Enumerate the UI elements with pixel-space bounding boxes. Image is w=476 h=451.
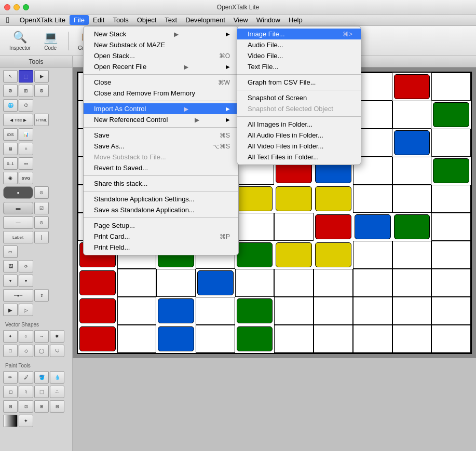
minimize-button[interactable] xyxy=(13,4,20,10)
menu-item-save-as[interactable]: Save As... ⌥⌘S xyxy=(84,141,238,152)
select-rect-tool[interactable]: ⬚ xyxy=(34,386,49,398)
arrow-tool[interactable]: → xyxy=(34,330,49,343)
field-tool[interactable]: ▭ xyxy=(3,245,18,258)
menu-item-page-setup[interactable]: Page Setup... xyxy=(84,220,238,231)
menu-item-open-recent[interactable]: Open Recent File ▶ xyxy=(84,61,238,72)
file-menu[interactable]: File xyxy=(70,15,89,25)
combo-tool[interactable]: ▾ xyxy=(19,275,33,287)
object-tool-2[interactable]: ⊞ xyxy=(19,85,33,97)
toggle-tool[interactable]: ● xyxy=(3,186,33,199)
star-tool[interactable]: ✦ xyxy=(3,330,18,343)
object-menu[interactable]: Object xyxy=(133,15,161,25)
diamond-tool[interactable]: ◇ xyxy=(19,345,33,357)
circle-vec-tool[interactable]: ○ xyxy=(19,330,33,343)
menu-item-close-remove[interactable]: Close and Remove From Memory xyxy=(84,88,238,99)
submenu-video-file[interactable]: Video File... xyxy=(237,50,361,61)
select-tool[interactable]: ⬚ xyxy=(19,70,33,83)
code-tool[interactable]: ⌗ xyxy=(19,143,33,155)
code-button[interactable]: 💻 Code xyxy=(38,29,63,53)
help-menu[interactable]: Help xyxy=(284,15,307,25)
expand-tool[interactable]: ▶ xyxy=(34,70,49,83)
ios-tool[interactable]: iOS xyxy=(3,128,18,141)
gradient-tool[interactable] xyxy=(3,415,18,427)
menu-item-print-card[interactable]: Print Card... ⌘P xyxy=(84,231,238,242)
align-r-tool[interactable]: ⊞ xyxy=(34,400,49,413)
align-c-tool[interactable]: ⊡ xyxy=(19,400,33,413)
distribute-tool[interactable]: ⊟ xyxy=(50,400,64,413)
submenu-snapshot-screen[interactable]: Snapshot of Screen xyxy=(237,92,361,103)
maximize-button[interactable] xyxy=(23,4,29,10)
bucket-tool[interactable]: 🪣 xyxy=(34,371,49,384)
window-menu[interactable]: Window xyxy=(252,15,284,25)
close-button[interactable] xyxy=(4,4,10,10)
starburst-tool[interactable]: ✹ xyxy=(50,330,64,343)
h-slider-tool[interactable]: ─●─ xyxy=(3,289,33,302)
edit-menu[interactable]: Edit xyxy=(89,15,108,25)
globe-tool[interactable]: 🌐 xyxy=(3,99,18,112)
data-tool[interactable]: 0..1 xyxy=(3,157,18,170)
clock-tool[interactable]: ⏱ xyxy=(19,99,33,112)
menu-item-new-stack[interactable]: New Stack ▶ xyxy=(84,29,238,39)
apple-menu[interactable]:  xyxy=(2,15,13,26)
pen-tool[interactable]: 🖊 xyxy=(19,371,33,384)
align-l-tool[interactable]: ⊟ xyxy=(3,400,18,413)
menu-item-new-ref-control[interactable]: New Referenced Control ▶ xyxy=(84,114,238,125)
menu-item-standalone-settings[interactable]: Standalone Application Settings... xyxy=(84,194,238,204)
label-tool[interactable]: Label: xyxy=(3,231,33,243)
node-tool[interactable]: ⊙ xyxy=(34,186,49,199)
menu-item-share[interactable]: Share this stack... xyxy=(84,178,238,189)
view-menu[interactable]: View xyxy=(229,15,252,25)
submenu-all-video[interactable]: All Video Files in Folder... xyxy=(237,141,361,152)
tools-menu[interactable]: Tools xyxy=(108,15,132,25)
screen-tool[interactable]: 🖥 xyxy=(3,143,18,155)
eraser-tool[interactable]: ◻ xyxy=(3,386,18,398)
menu-item-save[interactable]: Save ⌘S xyxy=(84,130,238,141)
inspector-button[interactable]: 🔍 Inspector xyxy=(5,29,35,53)
html-tool[interactable]: HTML xyxy=(34,114,49,126)
object-tool-1[interactable]: ⚙ xyxy=(3,85,18,97)
rect-btn-tool[interactable]: ▬ xyxy=(3,202,33,214)
app-name-menu[interactable]: OpenXTalk Lite xyxy=(16,15,70,25)
oval-tool[interactable]: ◯ xyxy=(34,345,49,357)
player-tool[interactable]: ▶ xyxy=(3,304,18,316)
submenu-all-images[interactable]: All Images in Folder... xyxy=(237,119,361,130)
text-menu[interactable]: Text xyxy=(160,15,181,25)
checkbox-tool[interactable]: ☑ xyxy=(34,202,49,214)
svg-tool[interactable]: SVG xyxy=(19,172,33,184)
menu-item-new-substack[interactable]: New Substack of MAZE xyxy=(84,39,238,50)
lasso-tool[interactable]: ⌇ xyxy=(19,386,33,398)
menu-item-print-field[interactable]: Print Field... xyxy=(84,242,238,253)
development-menu[interactable]: Development xyxy=(181,15,229,25)
menu-item-revert[interactable]: Revert to Saved... xyxy=(84,162,238,173)
menu-item-open-stack[interactable]: Open Stack... ⌘O xyxy=(84,50,238,61)
list-tool[interactable]: ≡≡ xyxy=(19,157,33,170)
submenu-all-audio[interactable]: All Audio Files in Folder... xyxy=(237,130,361,141)
object-tool-3[interactable]: ⚙ xyxy=(34,85,49,97)
cursor-tool[interactable]: | xyxy=(34,231,49,243)
submenu-image-file[interactable]: Image File... ⌘> xyxy=(237,29,361,39)
spray-tool[interactable]: ∴ xyxy=(50,386,64,398)
menu-item-close[interactable]: Close ⌘W xyxy=(84,77,238,88)
pointer-tool[interactable]: ↖ xyxy=(3,70,18,83)
submenu-text-file[interactable]: Text File... xyxy=(237,61,361,72)
radio-tool[interactable]: ⊙ xyxy=(34,216,49,229)
callout-tool[interactable]: 🗨 xyxy=(50,345,64,357)
menu-item-save-standalone[interactable]: Save as Standalone Application... xyxy=(84,204,238,215)
title-tool[interactable]: ◀ Title ▶ xyxy=(3,114,33,126)
submenu-audio-file[interactable]: Audio File... xyxy=(237,39,361,50)
eyedropper-tool[interactable]: 💧 xyxy=(50,371,64,384)
star2-tool[interactable]: ✦ xyxy=(19,415,33,427)
img-tool[interactable]: 🖼 xyxy=(3,260,18,272)
chart-tool[interactable]: 📊 xyxy=(19,128,33,141)
rect-vec-tool[interactable]: □ xyxy=(3,345,18,357)
submenu-graph-csv[interactable]: Graph from CSV File... xyxy=(237,77,361,88)
player2-tool[interactable]: ▷ xyxy=(19,304,33,316)
v-slider-tool[interactable]: ⇕ xyxy=(34,289,49,302)
popup-tool[interactable]: ▾ xyxy=(3,275,18,287)
circle-tool[interactable]: ◉ xyxy=(3,172,18,184)
pencil-tool[interactable]: ✏ xyxy=(3,371,18,384)
scroll-tool[interactable]: ⟳ xyxy=(19,260,33,272)
submenu-all-text[interactable]: All Text Files in Folder... xyxy=(237,152,361,162)
menu-item-import-as-control[interactable]: Import As Control ▶ xyxy=(84,103,238,114)
flat-btn-tool[interactable]: — xyxy=(3,216,33,229)
